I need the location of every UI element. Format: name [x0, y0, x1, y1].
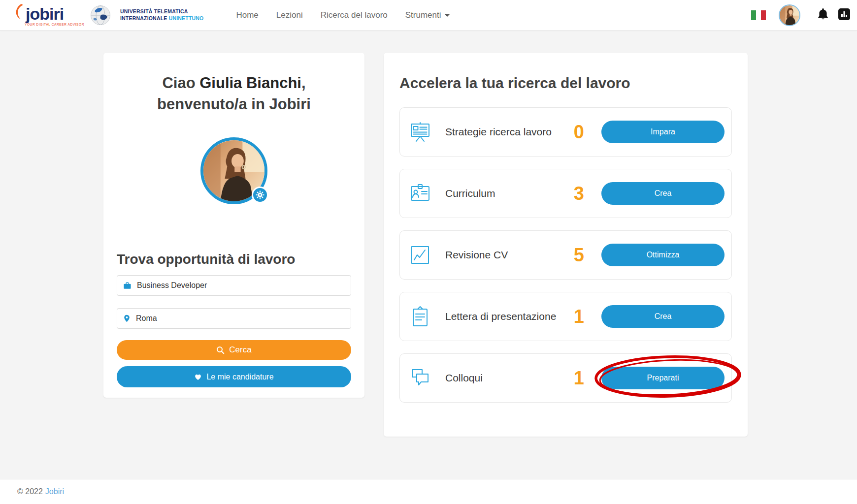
footer-jobiri-link[interactable]: Jobiri — [45, 487, 64, 496]
uninettuno-logo[interactable]: UNIVERSITÀ TELEMATICA INTERNAZIONALE UNI… — [90, 5, 204, 26]
nav-home[interactable]: Home — [236, 10, 258, 20]
row-curriculum: Curriculum 3 Crea — [399, 169, 732, 218]
top-navigation-bar: jobiri YOUR DIGITAL CAREER ADVISOR UNIVE… — [0, 0, 857, 31]
stats-icon[interactable] — [838, 8, 850, 22]
ottimizza-button[interactable]: Ottimizza — [601, 244, 725, 266]
accelerate-card: Accelera la tua ricerca del lavoro Strat… — [384, 53, 748, 437]
location-pin-icon — [123, 314, 131, 323]
action-row-count: 1 — [574, 306, 584, 327]
nav-ricerca-del-lavoro[interactable]: Ricerca del lavoro — [321, 10, 388, 20]
crea-curriculum-button[interactable]: Crea — [601, 182, 725, 205]
action-row-label: Strategie ricerca lavoro — [445, 126, 574, 138]
accelerate-title: Accelera la tua ricerca del lavoro — [399, 75, 732, 92]
action-row-count: 3 — [574, 183, 584, 204]
row-lettera: Lettera di presentazione 1 Crea — [399, 292, 732, 341]
chevron-down-icon — [445, 14, 450, 17]
globe-icon — [90, 5, 111, 26]
header-avatar[interactable] — [779, 4, 800, 26]
search-button-label: Cerca — [229, 345, 251, 355]
briefcase-icon — [123, 282, 132, 290]
brand-block: jobiri YOUR DIGITAL CAREER ADVISOR UNIVE… — [15, 3, 203, 27]
action-row-count: 1 — [574, 368, 584, 389]
jobiri-logo[interactable]: jobiri YOUR DIGITAL CAREER ADVISOR — [15, 3, 84, 27]
nav-strumenti[interactable]: Strumenti — [405, 10, 450, 20]
copyright-text: © 2022 — [17, 487, 43, 496]
clipboard-icon — [409, 305, 431, 328]
action-rows: Strategie ricerca lavoro 0 Impara Curric… — [399, 107, 732, 403]
location-input[interactable] — [136, 314, 345, 323]
action-row-count: 0 — [574, 122, 584, 143]
job-title-input[interactable] — [137, 281, 345, 290]
nav-lezioni[interactable]: Lezioni — [276, 10, 303, 20]
action-row-count: 5 — [574, 245, 584, 266]
edit-profile-button[interactable] — [252, 187, 268, 203]
find-jobs-title: Trova opportunità di lavoro — [117, 252, 351, 267]
main-nav: Home Lezioni Ricerca del lavoro Strument… — [236, 10, 449, 20]
action-row-label: Colloqui — [445, 372, 574, 384]
heart-icon — [194, 373, 202, 380]
topbar-right — [751, 4, 850, 26]
my-applications-button[interactable]: Le mie candidature — [117, 366, 351, 387]
row-revisione-cv: Revisione CV 5 Ottimizza — [399, 230, 732, 280]
impara-button[interactable]: Impara — [601, 121, 725, 143]
chat-bubbles-icon — [409, 367, 431, 389]
presentation-icon — [409, 121, 431, 143]
my-applications-label: Le mie candidature — [206, 373, 273, 381]
logo-divider — [115, 6, 115, 25]
action-row-label: Curriculum — [445, 188, 574, 199]
row-colloqui: Colloqui 1 Preparati — [399, 353, 732, 403]
notifications-bell-icon[interactable] — [817, 7, 829, 23]
preparati-button[interactable]: Preparati — [601, 367, 725, 389]
action-row-label: Lettera di presentazione — [445, 311, 574, 322]
uninettuno-text: UNIVERSITÀ TELEMATICA INTERNAZIONALE UNI… — [120, 8, 204, 21]
greeting-text: Ciao Giulia Bianchi, benvenuto/a in Jobi… — [117, 72, 351, 115]
profile-card: Ciao Giulia Bianchi, benvenuto/a in Jobi… — [103, 53, 364, 398]
search-icon — [216, 346, 225, 354]
gear-icon — [255, 190, 265, 200]
location-field-wrap — [117, 308, 351, 329]
crea-lettera-button[interactable]: Crea — [601, 305, 725, 328]
jobiri-wordmark: jobiri — [26, 5, 64, 22]
nav-strumenti-label: Strumenti — [405, 10, 441, 20]
footer: © 2022 Jobiri — [0, 479, 857, 504]
chart-line-icon — [409, 244, 431, 266]
jobiri-swoosh-icon — [15, 3, 25, 22]
id-card-icon — [409, 182, 431, 205]
action-row-label: Revisione CV — [445, 249, 574, 261]
row-strategie: Strategie ricerca lavoro 0 Impara — [399, 107, 732, 157]
language-flag-italy-icon[interactable] — [751, 10, 766, 20]
search-button[interactable]: Cerca — [117, 340, 351, 360]
user-name: Giulia Bianchi — [199, 74, 301, 92]
job-title-field-wrap — [117, 275, 351, 296]
jobiri-tagline: YOUR DIGITAL CAREER ADVISOR — [15, 23, 84, 27]
profile-avatar-wrap — [200, 137, 267, 204]
